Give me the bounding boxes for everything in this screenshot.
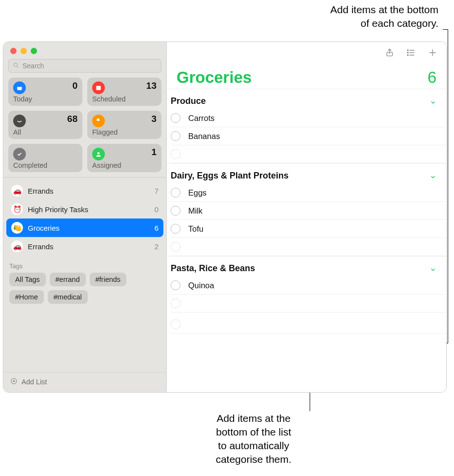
list-count: 2 <box>155 242 158 251</box>
checkbox-circle-dashed[interactable] <box>171 242 180 252</box>
section: Pasta, Rice & Beans Quinoa <box>167 256 446 313</box>
search-input[interactable]: Search <box>8 59 161 73</box>
reminder-text: Quinoa <box>188 281 436 290</box>
reminder-text: Carrots <box>188 114 436 123</box>
smart-all[interactable]: 68 All <box>8 111 82 139</box>
annotation-top: Add items at the bottom of each category… <box>330 3 438 30</box>
list-count: 0 <box>155 205 158 214</box>
share-icon[interactable] <box>385 48 395 60</box>
tag-pill[interactable]: #errand <box>50 273 86 286</box>
list-count: 6 <box>155 224 158 232</box>
smart-scheduled[interactable]: 13 Scheduled <box>87 78 161 106</box>
svg-point-14 <box>407 52 408 53</box>
smart-flagged[interactable]: 3 Flagged <box>87 111 161 139</box>
section: Produce Carrots Bananas <box>167 89 446 163</box>
section-title: Produce <box>171 96 206 106</box>
window-controls <box>3 42 166 57</box>
list-name: Groceries <box>28 224 150 232</box>
list-row[interactable]: ⏰ High Priority Tasks 0 <box>6 200 163 218</box>
smart-assigned[interactable]: 1 Assigned <box>87 144 161 172</box>
reminder-item[interactable]: Eggs <box>171 184 446 202</box>
checkbox-circle[interactable] <box>171 131 180 141</box>
sidebar: Search 0 Today 13 Scheduled 68 All 3 <box>3 42 167 392</box>
page-title: Groceries <box>177 68 252 87</box>
reminder-item[interactable]: Bananas <box>171 127 446 145</box>
reminder-text: Bananas <box>188 132 436 141</box>
chevron-down-icon[interactable] <box>430 265 436 272</box>
close-icon[interactable] <box>10 48 17 54</box>
list-name: Errands <box>28 242 150 251</box>
new-item-uncategorised[interactable] <box>171 316 446 334</box>
list-view-icon[interactable] <box>406 48 416 60</box>
search-icon <box>13 62 20 70</box>
svg-rect-3 <box>17 86 21 87</box>
flag-icon <box>92 115 105 127</box>
list-row[interactable]: 🚗 Errands 7 <box>6 181 163 200</box>
svg-line-1 <box>17 66 19 67</box>
smart-lists-grid: 0 Today 13 Scheduled 68 All 3 Flagged <box>3 78 166 177</box>
tags-header: Tags <box>9 262 160 270</box>
checkbox-circle[interactable] <box>171 206 180 216</box>
checkbox-circle-dashed[interactable] <box>171 149 180 159</box>
reminder-text: Eggs <box>188 188 436 198</box>
toolbar <box>167 42 446 60</box>
minimize-icon[interactable] <box>20 48 27 54</box>
add-list-label: Add List <box>21 378 47 386</box>
reminder-item[interactable]: Carrots <box>171 109 446 127</box>
annotation-bottom: Add items at the bottom of the list to a… <box>195 412 312 466</box>
list-name: Errands <box>28 187 150 195</box>
calendar-icon <box>13 81 26 94</box>
smart-completed[interactable]: Completed <box>8 144 82 172</box>
search-placeholder: Search <box>22 62 44 70</box>
list-count: 7 <box>155 187 158 195</box>
new-item-placeholder[interactable] <box>171 238 446 256</box>
section: Dairy, Eggs & Plant Proteins Eggs Milk T… <box>167 163 446 256</box>
checkbox-circle[interactable] <box>171 280 180 290</box>
reminder-text: Milk <box>188 206 436 216</box>
tag-pill[interactable]: #Home <box>9 290 44 304</box>
checkbox-circle-dashed[interactable] <box>171 298 180 308</box>
calendar-grid-icon <box>92 81 105 94</box>
tags-section: Tags All Tags #errand #friends #Home #me… <box>3 258 166 304</box>
person-icon <box>92 148 105 160</box>
new-item-placeholder[interactable] <box>171 295 446 313</box>
reminder-item[interactable]: Tofu <box>171 220 446 238</box>
list-emoji-icon: 🍋 <box>11 222 23 234</box>
checkbox-circle-dashed[interactable] <box>171 319 180 329</box>
page-count: 6 <box>428 68 436 87</box>
section-title: Dairy, Eggs & Plant Proteins <box>171 171 289 181</box>
add-list-button[interactable]: Add List <box>3 372 166 392</box>
section-title: Pasta, Rice & Beans <box>171 263 255 274</box>
tag-pill[interactable]: #medical <box>48 290 88 304</box>
list-emoji-icon: 🚗 <box>11 240 23 252</box>
svg-point-0 <box>14 63 17 66</box>
new-item-placeholder[interactable] <box>171 145 446 163</box>
list-row[interactable]: 🚗 Errands 2 <box>6 237 163 256</box>
tray-icon <box>13 115 26 127</box>
zoom-icon[interactable] <box>31 48 37 54</box>
add-icon[interactable] <box>428 48 437 60</box>
list-emoji-icon: 🚗 <box>11 185 23 197</box>
reminder-item[interactable]: Milk <box>171 202 446 220</box>
tag-pill[interactable]: All Tags <box>9 273 46 286</box>
checkbox-circle[interactable] <box>171 188 180 198</box>
chevron-down-icon[interactable] <box>430 173 436 179</box>
reminder-text: Tofu <box>188 224 436 234</box>
smart-today[interactable]: 0 Today <box>8 78 82 106</box>
list-name: High Priority Tasks <box>28 205 150 214</box>
reminder-item[interactable]: Quinoa <box>171 277 446 295</box>
tag-pill[interactable]: #friends <box>90 273 127 286</box>
svg-rect-4 <box>96 86 100 90</box>
main-pane: Groceries 6 Produce Carrots Bananas <box>167 42 446 392</box>
checkbox-circle[interactable] <box>171 224 180 234</box>
plus-circle-icon <box>10 377 18 386</box>
checkmark-icon <box>13 148 26 160</box>
annotation-bracket <box>448 29 448 343</box>
my-lists: 🚗 Errands 7 ⏰ High Priority Tasks 0 🍋 Gr… <box>3 178 166 258</box>
list-row-groceries-selected[interactable]: 🍋 Groceries 6 <box>6 218 163 237</box>
svg-point-5 <box>98 152 100 155</box>
chevron-down-icon[interactable] <box>430 98 436 105</box>
svg-point-15 <box>407 55 408 56</box>
checkbox-circle[interactable] <box>171 113 180 123</box>
svg-point-13 <box>407 50 408 51</box>
